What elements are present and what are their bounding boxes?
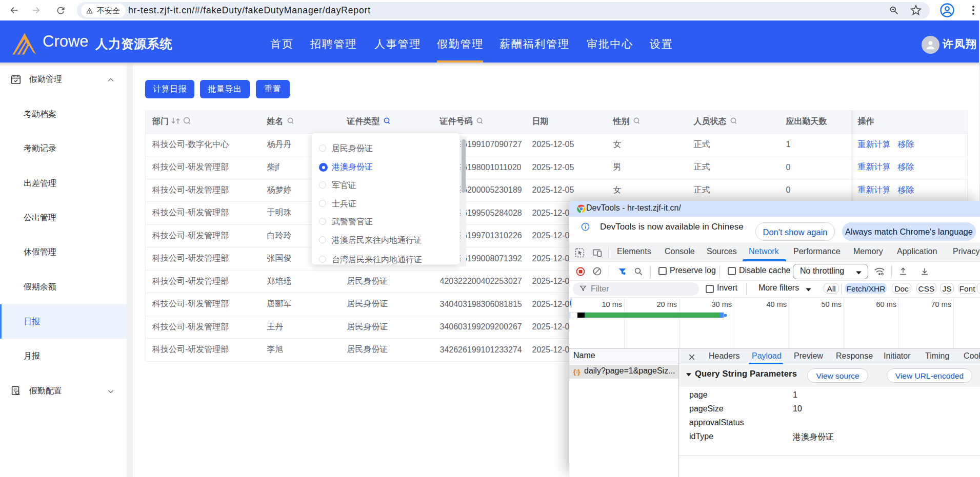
svg-text:}: } [577, 368, 581, 376]
svg-text:{: { [573, 368, 576, 376]
